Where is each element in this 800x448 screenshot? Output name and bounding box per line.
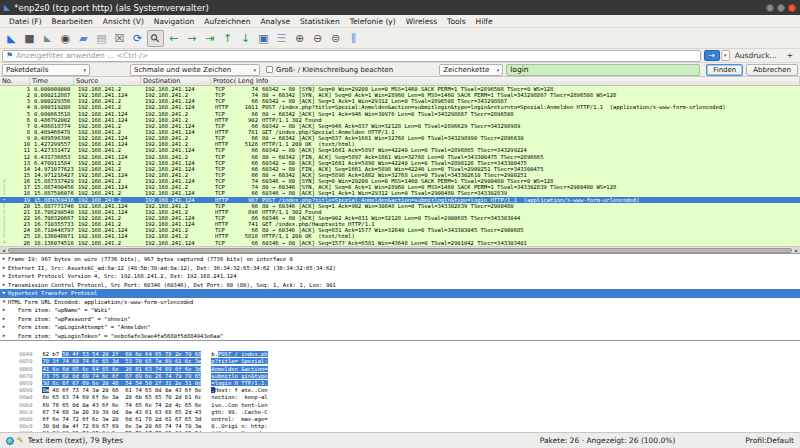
column-no[interactable]: No. [0,77,30,85]
detail-line[interactable]: ▶ Transmission Control Protocol, Src Por… [0,281,800,290]
hex-byte-segment[interactable]: 6e 65 63 74 69 6f 6e 3a 20 6b 65 65 70 2… [42,394,201,400]
ascii-segment[interactable]: b. [211,351,218,357]
reload-icon[interactable]: ⟳ [129,30,146,47]
menu-item[interactable]: Tools [442,17,470,26]
expander-icon[interactable]: ▶ [0,332,8,341]
search-scope-combo[interactable]: Paketdetails▾ [2,64,90,76]
stop-capture-icon[interactable]: ■ [21,30,38,47]
maximize-button[interactable] [777,4,785,12]
zoom-original-icon[interactable]: ⊜ [327,30,344,47]
checkbox-box[interactable] [266,66,273,73]
hex-byte-segment[interactable]: 73 75 62 6d 69 74 6c 6f 67 69 6e 26 74 7… [42,373,201,379]
menu-item[interactable]: Ansicht (V) [98,17,149,26]
capture-comment-icon[interactable]: ✎ [17,436,24,445]
hex-byte-segment[interactable]: 30 0d 0a 4f 72 69 67 69 6e 3a 20 68 74 7… [42,423,201,429]
column-info[interactable]: Info [254,77,800,85]
ascii-segment[interactable]: =login H TTP/1.1. [211,380,267,386]
expander-icon[interactable]: ▶ [0,272,8,281]
column-time[interactable]: Time [30,77,74,85]
detail-line[interactable]: ▶ Form item: "wpLoginAttempt" = "Anmelde… [0,323,800,332]
menu-item[interactable]: Wireless [401,17,442,26]
detail-line[interactable]: ▼ HTML Form URL Encoded: application/x-w… [0,298,800,307]
menu-item[interactable]: Statistiken [295,17,345,26]
hex-byte-segment[interactable]: 67 74 68 3a 20 39 39 0d 0a 43 61 63 68 6… [42,409,201,415]
search-type-combo[interactable]: Zeichenkette▾ [439,64,503,76]
colorize-icon[interactable]: ☰ [273,30,290,47]
hex-byte-segment[interactable]: 41 6e 6d 65 6c 64 65 6e 26 61 63 74 69 6… [42,366,201,372]
hex-byte-segment[interactable]: 62 b7 [42,351,62,357]
go-last-packet-icon[interactable]: ↓ [237,30,254,47]
ascii-segment[interactable]: ive..Con tent-Len [211,402,267,408]
expander-icon[interactable]: ▶ [0,315,8,324]
minimize-button[interactable] [766,4,774,12]
detail-line[interactable]: ▶ Form item: "wpName" = "Wiki" [0,306,800,315]
close-button[interactable] [788,4,796,12]
menu-item[interactable]: Aufzeichnen [199,17,255,26]
start-capture-icon[interactable]: ◣ [3,30,20,47]
column-source[interactable]: Source [74,77,141,85]
zoom-out-icon[interactable]: ⊖ [309,30,326,47]
hex-row[interactable]: 0040 62 b7 50 4f 53 54 20 2f 69 6e 64 65… [6,344,800,351]
menu-item[interactable]: Telefonie (y) [345,17,401,26]
save-file-icon[interactable]: ▤ [93,30,110,47]
detail-line[interactable]: ▶ Ethernet II, Src: AsustekC_ad:8a:12 (4… [0,264,800,273]
apply-filter-button[interactable]: → [704,50,720,61]
hex-byte-segment[interactable]: 6f 6e 74 72 6f 6c 3a 20 6d 61 78 2d 61 6… [42,416,201,422]
column-length[interactable]: Length [236,77,254,85]
ascii-segment[interactable]: p?title= Spezial: [211,358,267,364]
hex-byte-segment[interactable]: 50 4f 53 54 20 2f 69 6e 64 65 78 2e 70 6… [62,351,201,357]
ascii-segment[interactable]: Host: f ate..Con [215,387,268,393]
detail-line[interactable]: ▶ Form item: "wpLoginToken" = "eebc6afe3… [0,332,800,341]
expander-icon[interactable]: ▶ [0,255,8,264]
case-sensitive-checkbox[interactable]: Groß- / Kleinschreibung beachten [266,66,393,74]
menu-item[interactable]: Datei (F) [4,17,47,26]
ascii-segment[interactable]: Anmelden &action= [211,366,267,372]
menu-item[interactable]: Analyse [255,17,295,26]
search-input[interactable]: login [506,64,700,76]
ascii-segment[interactable]: POST / index.ph [218,351,268,357]
packet-row[interactable]: └ 26 18.136074516 192.168.241.2 192.168.… [0,240,800,246]
filter-bookmark-icon[interactable]: ⚑ [6,51,13,60]
go-back-icon[interactable]: ← [165,30,182,47]
column-destination[interactable]: Destination [141,77,211,85]
ascii-segment[interactable]: 0..Origi n: http: [211,423,267,429]
charset-combo[interactable]: Schmale und weite Zeichen▾ [130,64,260,76]
ascii-segment[interactable]: submitlo gin&type [211,373,267,379]
detail-line[interactable]: ▶ Internet Protocol Version 4, Src: 192.… [0,272,800,281]
menu-item[interactable]: Hilfe [471,17,498,26]
capture-options-icon[interactable]: ◉ [57,30,74,47]
autoscroll-icon[interactable]: ▣ [255,30,272,47]
profile-label[interactable]: Profil:Default [745,436,794,445]
expert-info-icon[interactable] [6,437,14,445]
add-filter-button[interactable]: + [782,51,798,60]
find-packet-icon[interactable]: ⚲ [147,30,164,47]
hex-byte-segment[interactable]: 48 6f 73 74 3a 20 66 61 74 65 0d 0a 43 6… [49,387,201,393]
column-protocol[interactable]: Protocol [211,77,236,85]
menu-item[interactable]: Navigation [149,17,199,26]
menu-item[interactable]: Bearbeiten [47,17,98,26]
detail-line[interactable]: ▶ Form item: "wpPassword" = "ohnein" [0,315,800,324]
expander-icon[interactable]: ▶ [0,289,8,298]
ascii-segment[interactable]: gth: 99. .Cache-C [211,409,267,415]
detail-line[interactable]: ▶ Hypertext Transfer Protocol [0,289,800,298]
detail-line[interactable]: ▶ Frame 19: 967 bytes on wire (7736 bits… [0,255,800,264]
expander-icon[interactable]: ▶ [0,281,8,290]
resize-columns-icon[interactable]: ⫼ [345,30,362,47]
hex-byte-segment[interactable]: 69 76 65 0d 0a 43 6f 6e 74 65 6e 74 2d 4… [42,402,201,408]
expander-icon[interactable]: ▶ [0,306,8,315]
find-button[interactable]: Finden [706,64,743,76]
go-first-packet-icon[interactable]: ↑ [219,30,236,47]
zoom-in-icon[interactable]: ⊕ [291,30,308,47]
open-file-icon[interactable]: ▰ [75,30,92,47]
filter-history-dropdown[interactable]: ▾ [721,50,730,61]
go-to-packet-icon[interactable]: ⇥ [201,30,218,47]
hex-byte-segment[interactable]: 3d 6c 6f 67 69 6e 20 48 54 54 50 2f 31 2… [42,380,201,386]
cancel-button[interactable]: Abbrechen [746,64,798,76]
expander-icon[interactable]: ▼ [0,298,8,307]
scrollbar-thumb[interactable] [8,248,792,253]
restart-capture-icon[interactable]: ◣ [39,30,56,47]
ascii-segment[interactable]: nection: keep-al [211,394,267,400]
expander-icon[interactable]: ▶ [0,323,8,332]
ascii-segment[interactable]: ontrol: max-age= [211,416,267,422]
expression-button[interactable]: Ausdruck... [730,51,782,60]
